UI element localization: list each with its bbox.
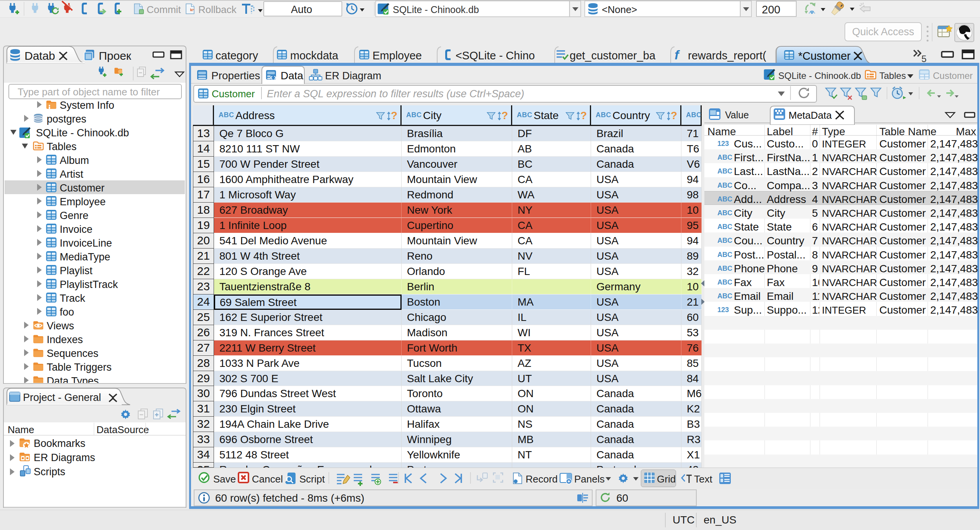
svg-text:Quick Access: Quick Access bbox=[852, 26, 914, 38]
